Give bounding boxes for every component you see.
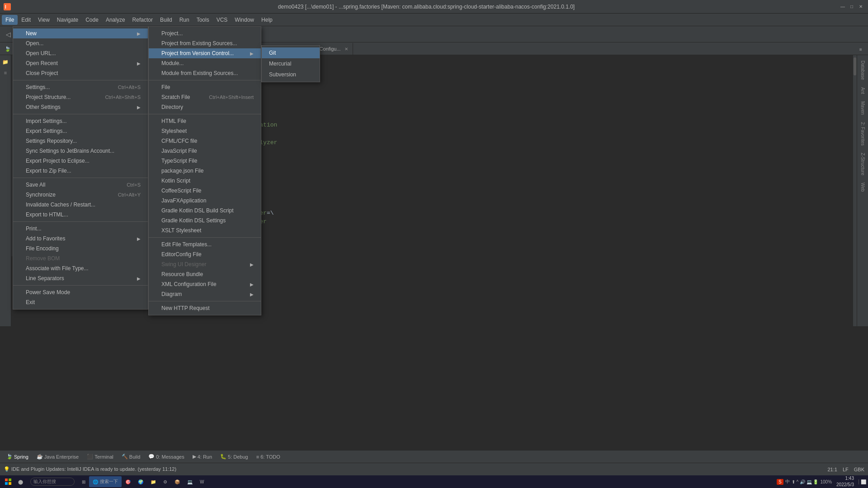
vcs-item-mercurial[interactable]: Mercurial: [262, 58, 320, 69]
bottom-tab-build[interactable]: 🔨 Build: [118, 453, 144, 460]
structure-icon[interactable]: ≡: [0, 68, 10, 78]
menu-other-settings[interactable]: Other Settings ▶: [13, 102, 148, 112]
submenu-xml-config[interactable]: XML Configuration File ▶: [149, 279, 261, 289]
menu-open-recent[interactable]: Open Recent ▶: [13, 58, 148, 68]
menu-save-all[interactable]: Save All Ctrl+S: [13, 180, 148, 190]
menu-export-settings[interactable]: Export Settings...: [13, 126, 148, 136]
bottom-tab-spring[interactable]: 🍃 Spring: [3, 453, 32, 460]
submenu-gradle-build[interactable]: Gradle Kotlin DSL Build Script: [149, 206, 261, 216]
submenu-module[interactable]: Module...: [149, 58, 261, 68]
scrollbar-thumb[interactable]: [854, 57, 856, 75]
submenu-js-file[interactable]: JavaScript File: [149, 146, 261, 156]
submenu-gradle-settings[interactable]: Gradle Kotlin DSL Settings: [149, 216, 261, 225]
back-button[interactable]: ◁: [3, 29, 14, 40]
menu-settings-repo[interactable]: Settings Repository...: [13, 136, 148, 146]
project-icon[interactable]: 📁: [0, 57, 10, 67]
submenu-diagram[interactable]: Diagram ▶: [149, 289, 261, 299]
bottom-tab-javaee[interactable]: ☕ Java Enterprise: [33, 453, 82, 460]
close-button[interactable]: ✕: [857, 3, 864, 10]
taskbar-app-5[interactable]: ⚙: [160, 476, 171, 487]
taskbar-word[interactable]: W: [196, 476, 208, 487]
taskbar-search[interactable]: 输入你想搜: [27, 476, 78, 487]
tab-close-3[interactable]: ✕: [344, 47, 348, 52]
taskbar-cortana[interactable]: ⬤: [14, 476, 27, 487]
submenu-project-existing[interactable]: Project from Existing Sources...: [149, 38, 261, 48]
submenu-directory[interactable]: Directory: [149, 102, 261, 112]
taskbar-app-2[interactable]: 🎯: [122, 476, 134, 487]
menu-item-view[interactable]: View: [34, 15, 53, 25]
maximize-button[interactable]: □: [848, 3, 855, 10]
bottom-tab-todo[interactable]: ≡ 6: TODO: [253, 453, 284, 460]
scrollbar[interactable]: [853, 55, 857, 326]
menu-item-build[interactable]: Build: [156, 15, 176, 25]
start-button[interactable]: [2, 476, 14, 487]
panel-tab-favorites[interactable]: 2: Favorites: [859, 119, 867, 148]
menu-close-project[interactable]: Close Project: [13, 68, 148, 78]
menu-file-encoding[interactable]: File Encoding: [13, 244, 148, 253]
menu-exit[interactable]: Exit: [13, 297, 148, 307]
panel-tab-web[interactable]: Web: [859, 180, 867, 194]
menu-export-eclipse[interactable]: Export Project to Eclipse...: [13, 156, 148, 166]
submenu-html-file[interactable]: HTML File: [149, 116, 261, 126]
submenu-project[interactable]: Project...: [149, 28, 261, 38]
menu-power-save-mode[interactable]: Power Save Mode: [13, 287, 148, 297]
bottom-tab-debug[interactable]: 🐛 5: Debug: [217, 453, 252, 460]
menu-item-window[interactable]: Window: [231, 15, 258, 25]
panel-tab-maven[interactable]: Maven: [859, 99, 867, 117]
menu-item-file[interactable]: File: [2, 15, 18, 25]
submenu-coffee-file[interactable]: CoffeeScript File: [149, 186, 261, 196]
minimize-button[interactable]: —: [839, 3, 846, 10]
menu-item-vcs[interactable]: VCS: [213, 15, 231, 25]
taskbar-app-7[interactable]: 💻: [184, 476, 196, 487]
submenu-kotlin-script[interactable]: Kotlin Script: [149, 176, 261, 186]
submenu-package-json[interactable]: package.json File: [149, 166, 261, 176]
taskbar-app-3[interactable]: 🌍: [134, 476, 147, 487]
menu-item-analyze[interactable]: Analyze: [102, 15, 129, 25]
menu-line-separators[interactable]: Line Separators ▶: [13, 273, 148, 283]
tabs-more-button[interactable]: ≡: [855, 44, 866, 55]
menu-project-structure[interactable]: Project Structure... Ctrl+Alt+Shift+S: [13, 92, 148, 102]
submenu-file[interactable]: File: [149, 82, 261, 92]
menu-item-run[interactable]: Run: [176, 15, 193, 25]
menu-item-navigate[interactable]: Navigate: [53, 15, 82, 25]
taskbar-app-4[interactable]: 📁: [147, 476, 160, 487]
menu-item-code[interactable]: Code: [82, 15, 102, 25]
menu-open[interactable]: Open...: [13, 38, 148, 48]
menu-new[interactable]: New ▶: [13, 28, 148, 38]
menu-add-favorites[interactable]: Add to Favorites ▶: [13, 234, 148, 244]
menu-synchronize[interactable]: Synchronize Ctrl+Alt+Y: [13, 190, 148, 200]
bottom-tab-run[interactable]: ▶ 4: Run: [189, 453, 216, 460]
menu-item-help[interactable]: Help: [258, 15, 276, 25]
vcs-item-subversion[interactable]: Subversion: [262, 69, 320, 80]
bottom-tab-terminal[interactable]: ⬛ Terminal: [83, 453, 117, 460]
taskbar-taskview[interactable]: ⊞: [78, 476, 89, 487]
panel-tab-structure[interactable]: Z-Structure: [859, 150, 867, 178]
submenu-project-vcs[interactable]: Project from Version Control... ▶: [149, 48, 261, 58]
panel-tab-ant[interactable]: Ant: [859, 84, 867, 97]
submenu-cfml[interactable]: CFML/CFC file: [149, 136, 261, 146]
submenu-scratch-file[interactable]: Scratch File Ctrl+Alt+Shift+Insert: [149, 92, 261, 102]
taskbar-browser[interactable]: 🌐 搜索一下: [89, 476, 122, 487]
menu-item-refactor[interactable]: Refactor: [129, 15, 156, 25]
menu-item-tools[interactable]: Tools: [193, 15, 213, 25]
menu-print[interactable]: Print...: [13, 224, 148, 234]
submenu-module-existing[interactable]: Module from Existing Sources...: [149, 68, 261, 78]
submenu-edit-templates[interactable]: Edit File Templates...: [149, 239, 261, 249]
submenu-ts-file[interactable]: TypeScript File: [149, 156, 261, 166]
menu-associate-file-type[interactable]: Associate with File Type...: [13, 263, 148, 273]
panel-tab-database[interactable]: Database: [859, 58, 867, 83]
menu-export-html[interactable]: Export to HTML...: [13, 210, 148, 220]
submenu-xslt[interactable]: XSLT Stylesheet: [149, 225, 261, 235]
submenu-editorconfig[interactable]: EditorConfig File: [149, 249, 261, 259]
menu-sync-settings[interactable]: Sync Settings to JetBrains Account...: [13, 146, 148, 156]
submenu-javafx[interactable]: JavaFXApplication: [149, 196, 261, 206]
bottom-tab-messages[interactable]: 💬 0: Messages: [145, 453, 188, 460]
taskbar-app-6[interactable]: 📦: [171, 476, 184, 487]
menu-settings[interactable]: Settings... Ctrl+Alt+S: [13, 82, 148, 92]
show-desktop[interactable]: ⬜: [859, 479, 866, 484]
menu-invalidate-caches[interactable]: Invalidate Caches / Restart...: [13, 200, 148, 210]
menu-export-zip[interactable]: Export to Zip File...: [13, 166, 148, 176]
menu-import-settings[interactable]: Import Settings...: [13, 116, 148, 126]
vcs-item-git[interactable]: Git: [262, 47, 320, 58]
menu-open-url[interactable]: Open URL...: [13, 48, 148, 58]
